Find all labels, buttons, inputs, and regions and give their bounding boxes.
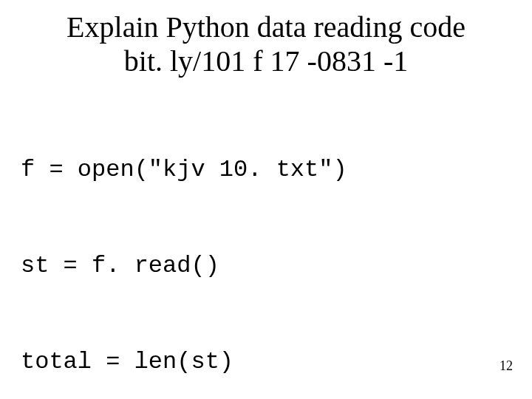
code-line-3: total = len(st): [21, 346, 532, 378]
code-line-2: st = f. read(): [21, 250, 532, 282]
slide: Explain Python data reading code bit. ly…: [0, 0, 532, 399]
title-line-2: bit. ly/101 f 17 -0831 -1: [124, 44, 408, 78]
code-block: f = open("kjv 10. txt") st = f. read() t…: [0, 84, 532, 399]
page-number: 12: [499, 358, 513, 374]
slide-title: Explain Python data reading code bit. ly…: [0, 0, 532, 84]
title-line-1: Explain Python data reading code: [66, 10, 466, 44]
code-line-1: f = open("kjv 10. txt"): [21, 154, 532, 185]
